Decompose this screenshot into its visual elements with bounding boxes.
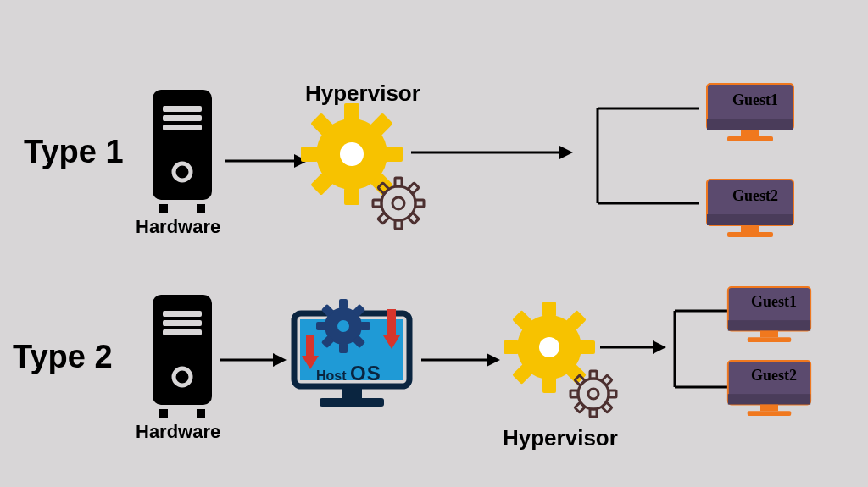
- svg-point-20: [392, 197, 404, 209]
- svg-point-83: [588, 389, 598, 399]
- arrow-icon: [421, 347, 502, 373]
- svg-marker-30: [559, 146, 573, 159]
- svg-point-18: [340, 142, 364, 166]
- svg-rect-49: [197, 409, 205, 418]
- guest-monitor-icon: [704, 176, 797, 240]
- svg-rect-46: [163, 329, 202, 335]
- hardware-label-2: Hardware: [136, 421, 220, 443]
- svg-rect-22: [395, 220, 402, 229]
- host-os-icon: [284, 288, 420, 415]
- svg-rect-99: [760, 331, 778, 338]
- svg-rect-1: [163, 106, 202, 112]
- svg-rect-41: [741, 225, 760, 232]
- svg-rect-68: [387, 309, 396, 336]
- svg-rect-76: [580, 340, 595, 354]
- svg-rect-86: [570, 390, 578, 397]
- server-icon: [144, 87, 220, 214]
- svg-rect-60: [360, 322, 370, 330]
- svg-rect-10: [344, 103, 359, 120]
- svg-rect-104: [748, 411, 792, 416]
- svg-rect-21: [395, 178, 402, 186]
- svg-rect-75: [504, 340, 519, 354]
- svg-rect-100: [748, 337, 792, 342]
- svg-rect-58: [339, 343, 348, 353]
- hypervisor-label-2: Hypervisor: [503, 425, 618, 451]
- svg-rect-26: [378, 213, 389, 224]
- svg-point-65: [337, 320, 349, 332]
- svg-rect-12: [301, 147, 318, 162]
- host-os-label: Host OS: [316, 362, 381, 385]
- svg-rect-84: [590, 371, 597, 379]
- svg-marker-93: [653, 340, 666, 354]
- svg-rect-59: [316, 322, 326, 330]
- svg-marker-71: [487, 353, 500, 367]
- svg-rect-37: [741, 130, 760, 136]
- arrow-icon: [220, 347, 288, 373]
- svg-rect-6: [197, 204, 205, 213]
- svg-rect-73: [542, 302, 556, 317]
- svg-rect-74: [542, 378, 556, 393]
- svg-rect-5: [159, 204, 168, 213]
- server-icon: [144, 292, 220, 419]
- svg-rect-42: [727, 232, 773, 237]
- svg-rect-11: [344, 188, 359, 205]
- svg-rect-23: [373, 200, 381, 207]
- svg-rect-102: [728, 394, 810, 404]
- guest1-label-row1: Guest1: [732, 91, 778, 109]
- svg-rect-103: [760, 405, 778, 412]
- svg-rect-2: [163, 115, 202, 121]
- svg-rect-89: [575, 402, 585, 412]
- svg-rect-98: [728, 320, 810, 330]
- svg-point-81: [539, 337, 559, 357]
- type1-title: Type 1: [24, 134, 124, 170]
- branch-arrow-icon: [411, 85, 716, 220]
- guest2-label-row2: Guest2: [751, 367, 797, 385]
- svg-rect-85: [590, 409, 597, 417]
- branch-arrow-icon: [600, 294, 736, 412]
- svg-rect-40: [707, 214, 793, 225]
- svg-rect-13: [386, 147, 403, 162]
- svg-rect-45: [163, 320, 202, 326]
- hardware-label-1: Hardware: [136, 216, 220, 238]
- svg-rect-3: [163, 125, 202, 130]
- guest-monitor-icon: [704, 80, 797, 144]
- type2-title: Type 2: [13, 339, 113, 375]
- svg-rect-48: [159, 409, 168, 418]
- svg-rect-66: [306, 335, 314, 357]
- svg-rect-54: [342, 386, 362, 398]
- svg-rect-38: [727, 136, 773, 141]
- svg-rect-44: [163, 311, 202, 317]
- guest1-label-row2: Guest1: [751, 293, 797, 311]
- guest2-label-row1: Guest2: [732, 187, 778, 205]
- svg-rect-36: [707, 119, 793, 130]
- svg-rect-57: [339, 299, 348, 309]
- svg-rect-55: [320, 398, 384, 407]
